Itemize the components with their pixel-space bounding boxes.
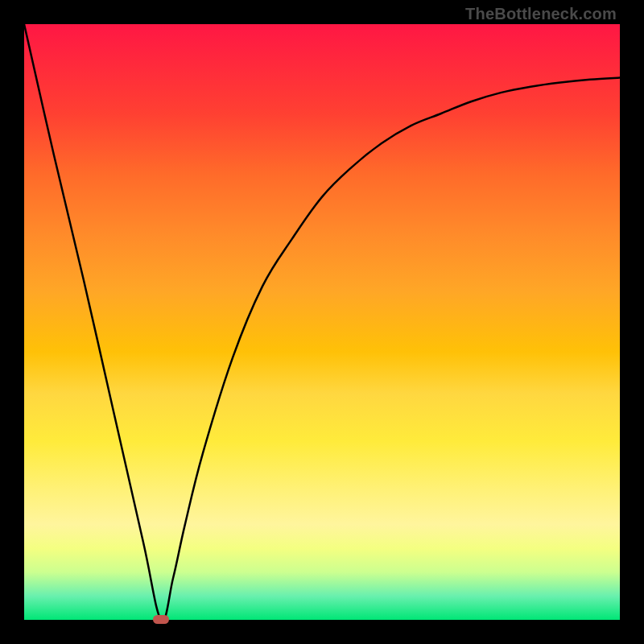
branding-text: TheBottleneck.com [465,5,617,23]
chart-frame: TheBottleneck.com [0,0,644,644]
bottleneck-curve [24,24,620,620]
minimum-marker-icon [153,615,169,624]
plot-area [24,24,620,620]
